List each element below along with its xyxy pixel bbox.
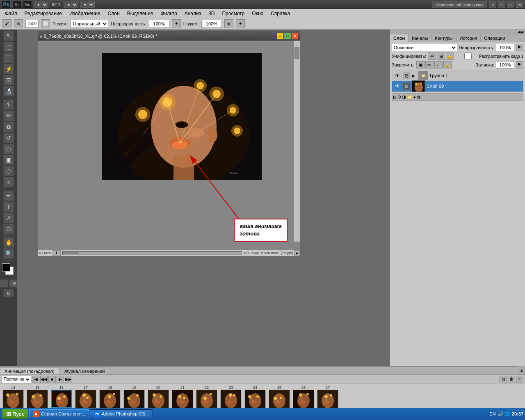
pen-tool[interactable]: ✒ — [3, 190, 14, 201]
opacity-menu-btn[interactable]: ▶ — [516, 44, 523, 51]
menu-edit[interactable]: Редактирование — [21, 10, 65, 17]
vertical-scrollbar[interactable] — [294, 41, 300, 242]
opacity-input[interactable] — [149, 20, 169, 28]
crop-tool[interactable]: ⊡ — [3, 75, 14, 85]
menu-filter[interactable]: Фильтр — [157, 10, 180, 17]
loop-select[interactable]: Постоянно — [2, 376, 31, 383]
menu-window[interactable]: Окно — [249, 10, 267, 17]
tool-select[interactable]: ▼ — [80, 1, 95, 8]
doc-close-button[interactable]: ✕ — [292, 33, 298, 39]
frame-thumb-27[interactable] — [317, 390, 338, 408]
eyedropper-tool[interactable]: 🔬 — [3, 86, 14, 96]
expand-button[interactable]: » — [489, 1, 496, 8]
frame-thumb-22[interactable] — [196, 390, 217, 408]
unify-lock-icon[interactable]: 🔒 — [446, 52, 454, 60]
menu-select[interactable]: Выделение — [124, 10, 157, 17]
spread-checkbox-row[interactable]: Распространить кадр 1 — [458, 52, 523, 60]
brush-size-icon[interactable]: ⊙ — [14, 19, 23, 28]
color-area[interactable] — [2, 263, 15, 276]
layer-row-group[interactable]: 👁 ⛓ ▶ 📁 Группа 1 — [392, 70, 523, 81]
add-mask-btn[interactable]: ⊙ — [397, 94, 401, 100]
fill-menu-btn[interactable]: ▶ — [516, 61, 523, 68]
zoom-info-btn[interactable]: ℹ — [52, 250, 61, 256]
anim-first-btn[interactable]: |◀ — [32, 376, 39, 383]
tool-preset-icon[interactable]: 🖌 — [2, 19, 11, 28]
anim-stop-btn[interactable]: ■ — [48, 376, 56, 383]
add-adjustment-btn[interactable]: ◑ — [402, 94, 406, 100]
frame-thumb-25[interactable] — [269, 390, 290, 408]
anim-next-btn[interactable]: ▶▶ — [65, 376, 72, 383]
anim-menu-btn[interactable]: ≡ — [516, 376, 523, 383]
move-tool[interactable]: ↖ — [3, 30, 14, 41]
type-tool[interactable]: T — [3, 201, 14, 212]
delete-frame-btn[interactable]: 🗑 — [508, 376, 515, 383]
spread-checkbox[interactable] — [458, 52, 478, 60]
unify-move-icon[interactable]: ⊞ — [437, 52, 445, 60]
shape-tool[interactable]: □ — [3, 224, 14, 234]
add-style-btn[interactable]: fx — [393, 95, 397, 100]
tab-actions[interactable]: Операции — [481, 34, 509, 42]
frame-thumb-17[interactable] — [75, 390, 96, 408]
panels-collapse-button[interactable]: ◀◀ — [390, 30, 525, 34]
tab-animation[interactable]: Анимация (покадровая) — [0, 368, 59, 374]
mu-logo[interactable]: Mu — [23, 1, 32, 8]
frame-thumb-23[interactable] — [220, 390, 242, 408]
pressure-icon[interactable]: ✦ — [172, 19, 181, 28]
quick-select-tool[interactable]: ⚡ — [3, 64, 14, 74]
tab-paths[interactable]: Контуры — [431, 34, 456, 42]
panel-collapse-btn[interactable]: ▲ — [518, 366, 525, 374]
scroll-thumb[interactable] — [294, 47, 299, 59]
size-unit-select[interactable]: ▼ — [64, 1, 78, 8]
br-logo[interactable]: Br — [12, 1, 21, 8]
standard-mode[interactable]: □ — [0, 279, 8, 288]
screen-mode[interactable]: ⊡ — [3, 289, 14, 297]
clone-tool[interactable]: ⧉ — [3, 121, 14, 132]
menu-help[interactable]: Справка — [267, 10, 293, 17]
lock-paint-icon[interactable]: ✏ — [425, 61, 434, 68]
blur-tool[interactable]: ◌ — [3, 166, 14, 176]
maximize-button[interactable]: □ — [507, 1, 514, 8]
menu-analysis[interactable]: Анализ — [181, 10, 205, 17]
taskbar-item-serial[interactable]: ▶ Сериал Сваты снот... — [29, 409, 89, 418]
close-button[interactable]: ✕ — [516, 1, 523, 8]
history-brush[interactable]: ↺ — [3, 132, 14, 143]
delete-layer-btn[interactable]: 🗑 — [417, 95, 421, 100]
frame-thumb-24[interactable] — [244, 390, 266, 408]
doc-minimize-button[interactable]: ─ — [277, 33, 283, 39]
tab-channels[interactable]: Каналы — [409, 34, 431, 42]
blend-mode-select[interactable]: Обычные — [392, 44, 457, 51]
airbrush-toggle[interactable]: ✈ — [236, 19, 245, 28]
layer-link-group[interactable]: ⛓ — [403, 72, 410, 79]
doc-maximize-button[interactable]: □ — [284, 33, 291, 39]
brush-toggle[interactable]: ⬜ — [41, 19, 50, 28]
hscroll-track[interactable] — [62, 251, 242, 255]
start-button[interactable]: ⊞ Пуск — [2, 409, 28, 419]
copy-frame-btn[interactable]: ⧉ — [500, 376, 507, 383]
frame-thumb-16[interactable] — [51, 390, 72, 408]
workspace-button[interactable]: Основная рабочая среда — [432, 1, 487, 8]
lock-move-icon[interactable]: ↔ — [434, 61, 443, 68]
fill-input[interactable] — [496, 61, 514, 68]
lasso-tool[interactable]: ⌒ — [3, 52, 14, 63]
foreground-color[interactable] — [2, 263, 10, 272]
opacity-panel-input[interactable] — [496, 44, 514, 51]
scroll-right-btn[interactable]: ▶ — [294, 250, 300, 256]
taskbar-item-photoshop[interactable]: Ps Adobe Photoshop CS... — [90, 409, 153, 418]
menu-view[interactable]: Просмотр — [219, 10, 248, 17]
tab-measurement[interactable]: Журнал измерений — [60, 368, 110, 374]
layer-eye-69[interactable]: 👁 — [394, 82, 401, 90]
pressure-toggle[interactable]: ◈ — [224, 19, 233, 28]
gradient-tool[interactable]: ▣ — [3, 155, 14, 165]
frame-thumb-21[interactable] — [172, 390, 193, 408]
layer-expand-group[interactable]: ▶ — [412, 73, 417, 78]
tab-history[interactable]: История — [457, 34, 481, 42]
menu-image[interactable]: Изображение — [66, 10, 104, 17]
eraser-tool[interactable]: ◻ — [3, 144, 14, 154]
hand-tool[interactable]: ✋ — [3, 237, 14, 248]
frame-thumb-19[interactable] — [123, 390, 145, 408]
frame-thumb-20[interactable] — [148, 390, 169, 408]
tool-preset-select[interactable]: ▼ — [34, 1, 48, 8]
frame-thumb-26[interactable] — [293, 390, 314, 408]
frame-thumb-14[interactable] — [2, 390, 24, 408]
menu-3d[interactable]: 3D — [205, 10, 218, 17]
